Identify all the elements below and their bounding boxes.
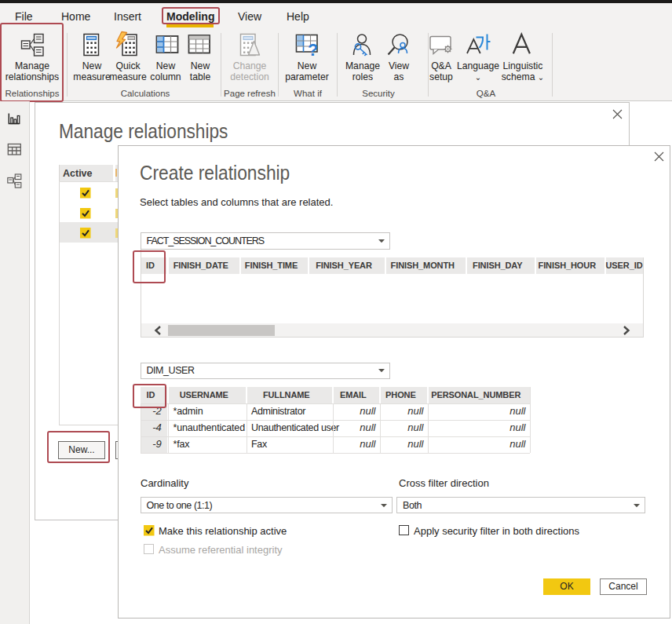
svg-text:?: ? [308, 40, 318, 60]
